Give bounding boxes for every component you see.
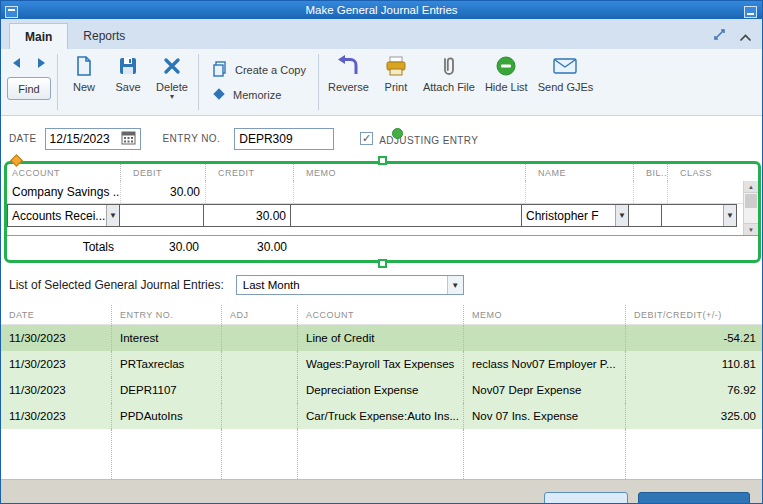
delete-x-icon <box>162 54 182 78</box>
column-header-name: NAME <box>525 164 633 181</box>
date-label: DATE <box>9 133 37 144</box>
scroll-up-arrow-icon[interactable]: ▲ <box>744 181 758 193</box>
find-button[interactable]: Find <box>7 77 51 100</box>
highlight-bottom-handle <box>378 259 387 268</box>
memorize-diamond-icon <box>211 86 227 104</box>
new-button[interactable]: New <box>62 49 106 115</box>
entry-no-input[interactable]: DEPR309 <box>234 128 334 150</box>
entry-form-row: DATE 12/15/2023 ENTRY NO. DEPR309 ✓ ADJU… <box>1 116 762 161</box>
journal-totals-row: Totals 30.00 30.00 <box>7 235 758 257</box>
billable-cell[interactable] <box>633 181 667 203</box>
save-floppy-icon <box>117 54 139 78</box>
selected-entries-label: List of Selected General Journal Entries… <box>9 278 224 292</box>
delete-dropdown-caret-icon[interactable]: ▾ <box>170 94 174 100</box>
hide-list-minus-icon <box>495 54 517 78</box>
debit-cell[interactable] <box>119 204 204 227</box>
column-header-memo: MEMO <box>463 305 625 324</box>
scrollbar-thumb[interactable] <box>745 194 757 208</box>
journal-row[interactable]: Company Savings ... 30.00 <box>7 181 758 204</box>
column-header-debit-credit: DEBIT/CREDIT(+/-) <box>625 305 762 324</box>
check-icon: ✓ <box>362 133 371 144</box>
table-row[interactable]: 11/30/2023 Interest Line of Credit -54.2… <box>1 325 762 351</box>
print-button[interactable]: Print <box>374 49 418 115</box>
journal-grid-header: ACCOUNT DEBIT CREDIT MEMO NAME BIL... CL… <box>7 164 758 181</box>
delete-button[interactable]: Delete ▾ <box>150 49 194 115</box>
printer-icon <box>385 54 407 78</box>
hide-list-button[interactable]: Hide List <box>480 49 533 115</box>
green-dot-icon <box>392 128 403 139</box>
window-minimize-button[interactable] <box>744 4 757 16</box>
debit-cell[interactable]: 30.00 <box>120 181 205 203</box>
period-filter-dropdown[interactable]: Last Month ▼ <box>236 275 464 295</box>
save-button[interactable]: Save <box>106 49 150 115</box>
make-general-journal-entries-window: Make General Journal Entries Main Report… <box>0 0 763 504</box>
selected-entries-filter-row: List of Selected General Journal Entries… <box>1 273 762 297</box>
table-row[interactable]: 11/30/2023 PRTaxreclas Wages:Payroll Tax… <box>1 351 762 377</box>
totals-credit: 30.00 <box>205 240 293 254</box>
column-header-memo: MEMO <box>293 164 525 181</box>
paperclip-icon <box>439 54 459 78</box>
new-page-icon <box>73 54 95 78</box>
column-header-adj: ADJ <box>221 305 297 324</box>
calendar-icon[interactable] <box>121 130 136 148</box>
account-cell[interactable]: Company Savings ... <box>7 181 120 203</box>
memo-cell[interactable] <box>290 204 522 227</box>
credit-cell[interactable] <box>205 181 293 203</box>
chevron-down-icon[interactable]: ▼ <box>447 276 463 294</box>
find-group: Find <box>5 49 53 115</box>
billable-cell[interactable] <box>628 204 662 227</box>
chevron-down-icon[interactable]: ▼ <box>615 205 628 226</box>
adjusting-entry-label-wrap: ADJUSTING ENTRY <box>379 130 478 148</box>
titlebar: Make General Journal Entries <box>1 1 762 19</box>
totals-debit: 30.00 <box>120 240 205 254</box>
ribbon-tabbar: Main Reports <box>1 19 762 49</box>
chevron-down-icon[interactable]: ▼ <box>723 205 736 226</box>
attach-file-button[interactable]: Attach File <box>418 49 480 115</box>
tab-reports[interactable]: Reports <box>68 23 140 49</box>
chevron-down-icon[interactable]: ▼ <box>106 205 119 226</box>
copy-memorize-group: Create a Copy Memorize <box>203 49 314 115</box>
name-combo[interactable]: Christopher F ▼ <box>521 204 629 227</box>
collapse-ribbon-icon[interactable] <box>739 28 752 46</box>
app-icon <box>5 4 18 16</box>
back-arrow-button[interactable] <box>9 56 25 70</box>
expand-window-icon[interactable] <box>712 27 727 46</box>
class-cell[interactable] <box>667 181 743 203</box>
memo-cell[interactable] <box>293 181 525 203</box>
column-header-entry-no: ENTRY NO. <box>111 305 221 324</box>
entry-no-label: ENTRY NO. <box>163 133 221 144</box>
reverse-button[interactable]: Reverse <box>323 49 374 115</box>
class-combo[interactable]: ▼ <box>661 204 737 227</box>
credit-cell[interactable]: 30.00 <box>203 204 291 227</box>
envelope-icon <box>553 54 577 78</box>
send-gjes-button[interactable]: Send GJEs <box>533 49 599 115</box>
tab-main[interactable]: Main <box>9 23 68 49</box>
column-header-class: CLASS <box>667 164 743 181</box>
bottom-partial-button-left[interactable] <box>544 492 628 504</box>
column-header-date: DATE <box>1 305 111 324</box>
name-cell[interactable] <box>525 181 633 203</box>
column-header-credit: CREDIT <box>205 164 293 181</box>
reverse-arrow-icon <box>335 54 361 78</box>
column-header-account: ACCOUNT <box>297 305 463 324</box>
date-input[interactable]: 12/15/2023 <box>45 128 141 150</box>
account-combo[interactable]: Accounts Recei... ▼ <box>7 204 120 227</box>
table-row[interactable]: 11/30/2023 PPDAutoIns Car/Truck Expense:… <box>1 403 762 429</box>
bottom-button-bar <box>1 479 762 504</box>
journal-row-active[interactable]: Accounts Recei... ▼ 30.00 Christopher F … <box>7 204 758 227</box>
journal-entry-grid: ACCOUNT DEBIT CREDIT MEMO NAME BIL... CL… <box>4 161 761 263</box>
memorize-button[interactable]: Memorize <box>207 82 310 107</box>
column-header-account: ACCOUNT <box>7 164 120 181</box>
entries-table-header: DATE ENTRY NO. ADJ ACCOUNT MEMO DEBIT/CR… <box>1 305 762 325</box>
table-row[interactable]: 11/30/2023 DEPR1107 Depreciation Expense… <box>1 377 762 403</box>
grid-vertical-scrollbar[interactable]: ▲ ▼ <box>743 181 758 235</box>
column-header-debit: DEBIT <box>120 164 205 181</box>
highlight-top-handle <box>378 156 387 165</box>
scroll-down-arrow-icon[interactable]: ▼ <box>744 223 758 235</box>
bottom-partial-button-right[interactable] <box>638 492 750 504</box>
forward-arrow-button[interactable] <box>33 56 49 70</box>
column-header-billable: BIL... <box>633 164 667 181</box>
adjusting-entry-checkbox[interactable]: ✓ <box>360 132 373 145</box>
create-copy-button[interactable]: Create a Copy <box>207 57 310 82</box>
journal-entries-table: DATE ENTRY NO. ADJ ACCOUNT MEMO DEBIT/CR… <box>1 305 762 487</box>
